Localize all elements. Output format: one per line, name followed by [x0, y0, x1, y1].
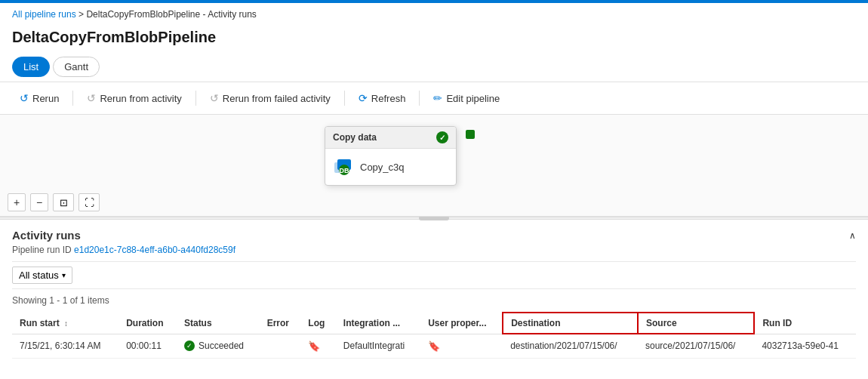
zoom-in-button[interactable]: +	[8, 193, 26, 211]
zoom-out-button[interactable]: −	[30, 193, 48, 211]
section-header: Activity runs ∧	[12, 229, 856, 242]
copy-data-icon: DB	[333, 156, 354, 177]
table-header-row: Run start ↕ Duration Status Error Log In…	[12, 313, 856, 334]
col-run-start: Run start ↕	[12, 313, 119, 334]
svg-text:DB: DB	[340, 167, 349, 174]
chevron-down-icon: ▾	[62, 271, 66, 279]
rerun-from-failed-label: Rerun from failed activity	[223, 93, 331, 104]
status-badge: ✓ Succeeded	[184, 340, 252, 351]
cell-source: source/2021/07/15/06/	[638, 334, 754, 358]
showing-text: Showing 1 - 1 of 1 items	[12, 292, 856, 312]
breadcrumb-link[interactable]: All pipeline runs	[12, 9, 76, 20]
edit-pipeline-button[interactable]: ✏ Edit pipeline	[426, 88, 507, 108]
popup-check-icon: ✓	[436, 131, 448, 143]
col-status: Status	[177, 313, 260, 334]
toolbar-divider-1	[72, 91, 73, 106]
rerun-label: Rerun	[32, 93, 59, 104]
bookmark-icon[interactable]: 🔖	[308, 340, 320, 352]
col-run-id: Run ID	[754, 313, 856, 334]
rerun-from-activity-label: Rerun from activity	[100, 93, 181, 104]
cell-destination: destination/2021/07/15/06/	[503, 334, 638, 358]
collapse-button[interactable]: ∧	[849, 230, 856, 241]
breadcrumb-current: DeltaCopyFromBlobPipeline - Activity run…	[86, 9, 256, 20]
popup-body[interactable]: DB Copy_c3q	[325, 149, 456, 185]
refresh-label: Refresh	[371, 93, 406, 104]
col-error: Error	[260, 313, 301, 334]
page-title: DeltaCopyFromBlobPipeline	[0, 26, 868, 52]
canvas-area: Copy data ✓ DB Copy_c3q + − ⊡ ⛶	[0, 115, 868, 217]
full-screen-icon: ⛶	[85, 197, 94, 208]
pipeline-run-id-row: Pipeline run ID e1d20e1c-7c88-4eff-a6b0-…	[12, 245, 856, 255]
activity-name: Copy_c3q	[360, 162, 405, 173]
tab-bar: List Gantt	[0, 52, 868, 82]
full-screen-button[interactable]: ⛶	[78, 193, 100, 211]
toolbar-divider-2	[195, 91, 196, 106]
status-filter-button[interactable]: All status ▾	[12, 267, 72, 284]
activity-runs-section: Activity runs ∧ Pipeline run ID e1d20e1c…	[0, 220, 868, 359]
toolbar-divider-3	[344, 91, 345, 106]
fit-to-window-icon: ⊡	[60, 197, 68, 208]
col-integration: Integration ...	[336, 313, 420, 334]
edit-pipeline-icon: ✏	[433, 92, 442, 104]
tab-gantt[interactable]: Gantt	[53, 57, 100, 77]
cell-user-properties: 🔖	[420, 334, 503, 358]
rerun-icon: ↺	[20, 92, 29, 104]
green-indicator	[466, 130, 475, 139]
pipeline-run-id-link[interactable]: e1d20e1c-7c88-4eff-a6b0-a440fd28c59f	[74, 245, 235, 255]
fit-to-window-button[interactable]: ⊡	[53, 193, 74, 211]
table-row: 7/15/21, 6:30:14 AM 00:00:11 ✓ Succeeded…	[12, 334, 856, 358]
cell-integration: DefaultIntegrati	[336, 334, 420, 358]
rerun-from-activity-button[interactable]: ↺ Rerun from activity	[79, 88, 189, 108]
toolbar: ↺ Rerun ↺ Rerun from activity ↺ Rerun fr…	[0, 82, 868, 115]
edit-pipeline-label: Edit pipeline	[446, 93, 500, 104]
filter-bar: All status ▾	[12, 261, 856, 289]
col-log: Log	[300, 313, 336, 334]
col-user-properties: User proper...	[420, 313, 503, 334]
refresh-icon: ⟳	[359, 92, 368, 104]
success-icon: ✓	[184, 340, 195, 351]
cell-status: ✓ Succeeded	[177, 334, 260, 358]
zoom-controls: + − ⊡ ⛶	[8, 193, 100, 211]
activity-runs-table: Run start ↕ Duration Status Error Log In…	[12, 312, 856, 359]
rerun-from-failed-button[interactable]: ↺ Rerun from failed activity	[202, 88, 338, 108]
status-label: Succeeded	[199, 340, 244, 351]
toolbar-divider-4	[419, 91, 420, 106]
refresh-button[interactable]: ⟳ Refresh	[351, 88, 414, 108]
section-title: Activity runs	[12, 229, 81, 242]
col-destination: Destination	[503, 313, 638, 334]
rerun-from-activity-icon: ↺	[87, 92, 96, 104]
bookmark-icon-2[interactable]: 🔖	[428, 340, 440, 352]
breadcrumb-separator: >	[78, 9, 84, 20]
rerun-from-failed-icon: ↺	[210, 92, 219, 104]
popup-title: Copy data	[333, 132, 377, 143]
cell-run-start: 7/15/21, 6:30:14 AM	[12, 334, 119, 358]
breadcrumb: All pipeline runs > DeltaCopyFromBlobPip…	[0, 3, 868, 26]
popup-card: Copy data ✓ DB Copy_c3q	[325, 126, 457, 186]
popup-header: Copy data ✓	[325, 127, 456, 149]
filter-label: All status	[19, 270, 59, 281]
cell-run-id: 4032713a-59e0-41	[754, 334, 856, 358]
cell-error	[260, 334, 301, 358]
col-source: Source	[638, 313, 754, 334]
rerun-button[interactable]: ↺ Rerun	[12, 88, 66, 108]
cell-duration: 00:00:11	[119, 334, 177, 358]
cell-log: 🔖	[300, 334, 336, 358]
sort-icon[interactable]: ↕	[64, 319, 68, 328]
tab-list[interactable]: List	[12, 57, 50, 77]
col-duration: Duration	[119, 313, 177, 334]
